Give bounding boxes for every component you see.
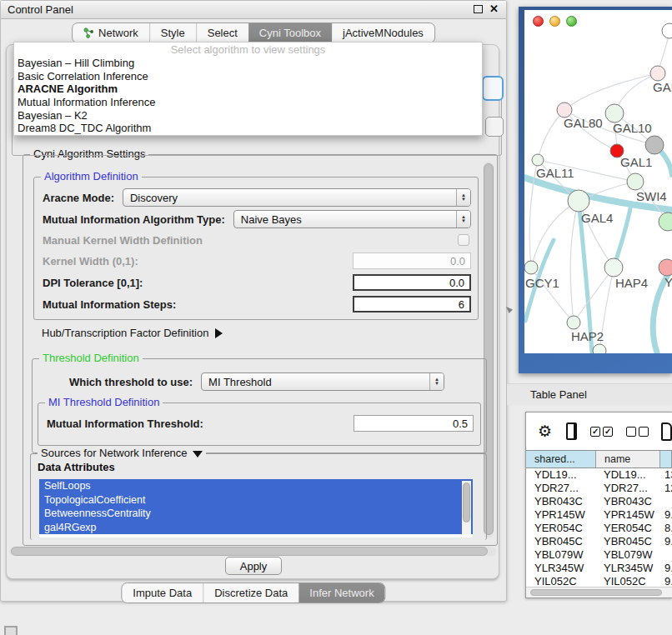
manual-kernel-checkbox[interactable] bbox=[458, 234, 469, 246]
table-row[interactable]: YDL19...YDL19...13 bbox=[526, 468, 672, 482]
mi-type-select[interactable]: Naive Bayes ▲▼ bbox=[233, 210, 471, 228]
dpi-tolerance-row: DPI Tolerance [0,1]: 0.0 bbox=[43, 272, 471, 292]
network-node-hap4[interactable] bbox=[604, 258, 623, 277]
mi-steps-row: Mutual Information Steps: 6 bbox=[43, 294, 471, 314]
collapsed-arrow-icon[interactable] bbox=[215, 328, 223, 338]
float-window-icon[interactable] bbox=[474, 5, 483, 13]
table-row[interactable]: YLR345WYLR345W9. bbox=[526, 562, 672, 575]
attribute-item-selected[interactable]: TopologicalCoefficient bbox=[39, 493, 473, 508]
table-row[interactable]: YPR145WYPR145W9. bbox=[526, 508, 672, 522]
algorithm-item[interactable]: Bayesian – Hill Climbing bbox=[14, 57, 482, 70]
aracne-mode-select[interactable]: Discovery ▲▼ bbox=[123, 188, 471, 207]
algorithm-item[interactable]: Mutual Information Inference bbox=[14, 96, 482, 109]
tab-jactivemnodules[interactable]: jActiveMNodules bbox=[332, 23, 434, 42]
network-node-label: GAL bbox=[653, 80, 672, 94]
network-node[interactable] bbox=[662, 23, 672, 38]
aracne-mode-value: Discovery bbox=[130, 192, 178, 204]
network-canvas[interactable]: GALGAL80GAL10GAL11GAL1SWI4GAL4GCY1HAP4YH… bbox=[524, 10, 672, 353]
network-node-gal10[interactable] bbox=[605, 104, 624, 122]
network-graph[interactable]: GALGAL80GAL10GAL11GAL1SWI4GAL4GCY1HAP4YH… bbox=[524, 10, 672, 353]
select-all-icon[interactable]: ✓ ✓ bbox=[590, 427, 613, 437]
network-node-gal1[interactable] bbox=[627, 173, 644, 190]
tab-infer-network[interactable]: Infer Network bbox=[298, 583, 384, 602]
network-node-hap2[interactable] bbox=[567, 316, 580, 329]
mi-type-label: Mutual Information Algorithm Type: bbox=[43, 213, 225, 226]
dpi-tolerance-field[interactable]: 0.0 bbox=[353, 274, 471, 291]
table-row[interactable]: YBL079WYBL079W bbox=[526, 548, 672, 562]
algorithm-item[interactable]: Basic Correlation Inference bbox=[14, 70, 482, 83]
column-header[interactable]: name bbox=[596, 451, 660, 468]
sources-group: Sources for Network Inference Data Attri… bbox=[30, 453, 487, 540]
columns-icon[interactable] bbox=[566, 422, 577, 440]
table-cell: 8. bbox=[660, 522, 672, 535]
data-combobox-fragment[interactable] bbox=[485, 117, 504, 137]
table-horizontal-scrollbar[interactable] bbox=[526, 587, 672, 598]
table-row[interactable]: YDR27...YDR27...12 bbox=[526, 482, 672, 495]
deselect-all-icon[interactable] bbox=[626, 427, 649, 437]
checked-checkbox-icon: ✓ bbox=[603, 427, 613, 437]
mi-steps-field[interactable]: 6 bbox=[353, 296, 471, 312]
table-row[interactable]: YBR043CYBR043C bbox=[526, 495, 672, 508]
network-view-window[interactable]: GALGAL80GAL10GAL11GAL1SWI4GAL4GCY1HAP4YH… bbox=[519, 7, 672, 373]
kernel-width-field[interactable]: 0.0 bbox=[353, 252, 471, 269]
collapsed-panel-icon[interactable] bbox=[4, 626, 18, 635]
algorithm-combobox-fragment[interactable] bbox=[482, 76, 504, 101]
algorithm-item[interactable]: ARACNE Algorithm bbox=[14, 82, 482, 96]
new-table-icon[interactable] bbox=[661, 422, 672, 441]
network-edge[interactable] bbox=[531, 201, 579, 268]
table-row[interactable]: YBR045CYBR045C9. bbox=[526, 535, 672, 548]
table-hscroll-thumb[interactable] bbox=[530, 589, 662, 596]
data-attributes-list[interactable]: SelfLoopsTopologicalCoefficientBetweenne… bbox=[39, 479, 473, 538]
tab-discretize-data[interactable]: Discretize Data bbox=[203, 583, 298, 602]
table-row[interactable]: YER054CYER054C8. bbox=[526, 522, 672, 535]
network-edge[interactable] bbox=[570, 201, 579, 322]
network-node-swi4[interactable] bbox=[659, 212, 672, 231]
network-node-y[interactable] bbox=[659, 259, 672, 276]
sources-group-title[interactable]: Sources for Network Inference bbox=[38, 447, 206, 459]
network-edge[interactable] bbox=[538, 110, 564, 160]
expanded-arrow-icon[interactable] bbox=[193, 451, 203, 458]
tab-cyni-toolbox[interactable]: Cyni Toolbox bbox=[248, 23, 332, 42]
network-node-label: GAL80 bbox=[564, 116, 603, 130]
algorithm-item[interactable]: Dream8 DC_TDC Algorithm bbox=[14, 122, 482, 135]
table-cell: 12 bbox=[660, 482, 672, 495]
network-node-gal[interactable] bbox=[650, 66, 665, 81]
which-threshold-select[interactable]: MI Threshold ▲▼ bbox=[201, 372, 444, 391]
mi-threshold-field[interactable]: 0.5 bbox=[354, 415, 474, 432]
network-node-label: GAL11 bbox=[536, 166, 574, 180]
network-node-gal11[interactable] bbox=[532, 154, 544, 166]
manual-kernel-label: Manual Kernel Width Definition bbox=[43, 234, 203, 247]
tab-label: Discretize Data bbox=[214, 587, 288, 599]
tab-label: Network bbox=[98, 27, 138, 39]
close-icon[interactable]: ✕ bbox=[489, 3, 499, 15]
settings-hscroll-thumb[interactable] bbox=[11, 547, 488, 556]
attribute-item-selected[interactable]: BetweennessCentrality bbox=[39, 507, 473, 521]
minimize-traffic-icon[interactable] bbox=[549, 16, 560, 27]
network-node[interactable] bbox=[593, 344, 606, 353]
tab-network[interactable]: Network bbox=[73, 23, 149, 42]
attributes-list-scrollbar[interactable] bbox=[462, 481, 471, 534]
column-header[interactable] bbox=[660, 451, 672, 468]
gear-icon[interactable]: ⚙ bbox=[538, 423, 552, 440]
which-threshold-value: MI Threshold bbox=[208, 376, 272, 388]
hub-transcription-section[interactable]: Hub/Transcription Factor Definition bbox=[42, 327, 223, 339]
algorithm-dropdown-list: Bayesian – Hill ClimbingBasic Correlatio… bbox=[14, 57, 482, 135]
attribute-item-selected[interactable]: SelfLoops bbox=[39, 479, 473, 493]
table-panel-bar: Table Panel bbox=[507, 383, 672, 405]
column-header[interactable]: shared... bbox=[526, 451, 596, 468]
algorithm-item[interactable]: Bayesian – K2 bbox=[14, 109, 482, 122]
tab-impute-data[interactable]: Impute Data bbox=[122, 583, 203, 602]
close-traffic-icon[interactable] bbox=[533, 16, 544, 27]
network-edge[interactable] bbox=[574, 268, 614, 322]
apply-button[interactable]: Apply bbox=[225, 557, 282, 575]
attributes-scroll-thumb[interactable] bbox=[463, 482, 470, 522]
network-node-gcy1[interactable] bbox=[524, 261, 538, 274]
zoom-traffic-icon[interactable] bbox=[566, 16, 577, 27]
network-node[interactable] bbox=[645, 136, 664, 154]
settings-horizontal-scrollbar[interactable] bbox=[9, 547, 496, 556]
control-panel-window: Control Panel ✕ NetworkStyleSelectCyni T… bbox=[0, 0, 507, 602]
network-node-gal4[interactable] bbox=[568, 190, 589, 212]
attribute-item-selected[interactable]: gal4RGexp bbox=[39, 521, 473, 535]
tab-select[interactable]: Select bbox=[196, 23, 248, 42]
tab-style[interactable]: Style bbox=[149, 23, 196, 42]
